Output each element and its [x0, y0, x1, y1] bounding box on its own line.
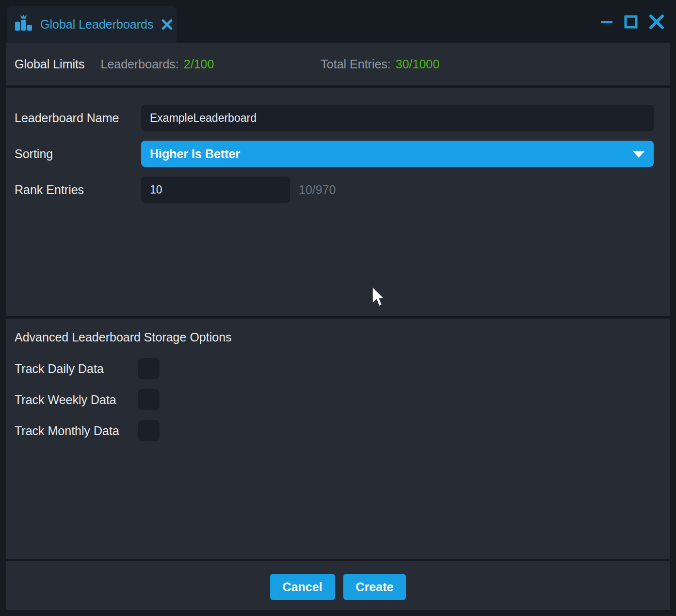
track-weekly-label: Track Weekly Data: [15, 393, 138, 407]
chevron-down-icon: [633, 151, 644, 158]
global-limits-bar: Global Limits Leaderboards: 2/100 Total …: [6, 43, 670, 88]
leaderboard-form: Leaderboard Name Sorting Higher Is Bette…: [6, 88, 670, 203]
maximize-icon[interactable]: [624, 15, 638, 29]
track-weekly-row: Track Weekly Data: [15, 389, 661, 410]
total-entries-value: 30/1000: [396, 57, 439, 71]
close-icon[interactable]: [649, 14, 664, 30]
track-daily-row: Track Daily Data: [15, 358, 661, 379]
leaderboards-limit-label: Leaderboards:: [101, 57, 179, 71]
dialog-panel: Global Limits Leaderboards: 2/100 Total …: [6, 43, 670, 610]
rank-entries-usage-hint: 10/970: [299, 183, 336, 197]
track-daily-checkbox[interactable]: [138, 358, 160, 379]
create-button[interactable]: Create: [343, 574, 406, 600]
track-daily-label: Track Daily Data: [15, 362, 138, 376]
leaderboards-limit-value: 2/100: [184, 57, 214, 71]
leaderboard-name-input[interactable]: [141, 105, 654, 131]
track-monthly-row: Track Monthly Data: [15, 420, 661, 441]
footer-divider: [6, 559, 670, 561]
global-limits-title: Global Limits: [15, 57, 85, 71]
window-controls: [600, 13, 664, 31]
leaderboard-name-label: Leaderboard Name: [15, 111, 141, 125]
tab-title: Global Leaderboards: [40, 17, 154, 32]
tab-bar: Global Leaderboards: [0, 0, 676, 43]
rank-entries-label: Rank Entries: [15, 183, 141, 197]
total-entries-label: Total Entries:: [321, 57, 391, 71]
sorting-selected-value: Higher Is Better: [150, 147, 240, 161]
track-monthly-checkbox[interactable]: [138, 420, 160, 441]
track-weekly-checkbox[interactable]: [138, 389, 160, 410]
track-monthly-label: Track Monthly Data: [15, 424, 138, 438]
rank-entries-row: Rank Entries 10/970: [15, 177, 654, 203]
leaderboard-podium-icon: [15, 14, 32, 34]
sorting-row: Sorting Higher Is Better: [15, 141, 654, 167]
rank-entries-input[interactable]: [141, 177, 290, 203]
tab-close-icon[interactable]: [161, 19, 173, 30]
sorting-label: Sorting: [15, 147, 141, 161]
cancel-button[interactable]: Cancel: [270, 574, 335, 600]
tab-global-leaderboards[interactable]: Global Leaderboards: [7, 6, 177, 43]
footer-actions: Cancel Create: [6, 574, 670, 600]
sorting-dropdown[interactable]: Higher Is Better: [141, 141, 654, 167]
advanced-storage-section: Advanced Leaderboard Storage Options Tra…: [6, 319, 670, 441]
minimize-icon[interactable]: [600, 14, 613, 30]
advanced-storage-title: Advanced Leaderboard Storage Options: [15, 330, 661, 344]
name-row: Leaderboard Name: [15, 105, 654, 131]
